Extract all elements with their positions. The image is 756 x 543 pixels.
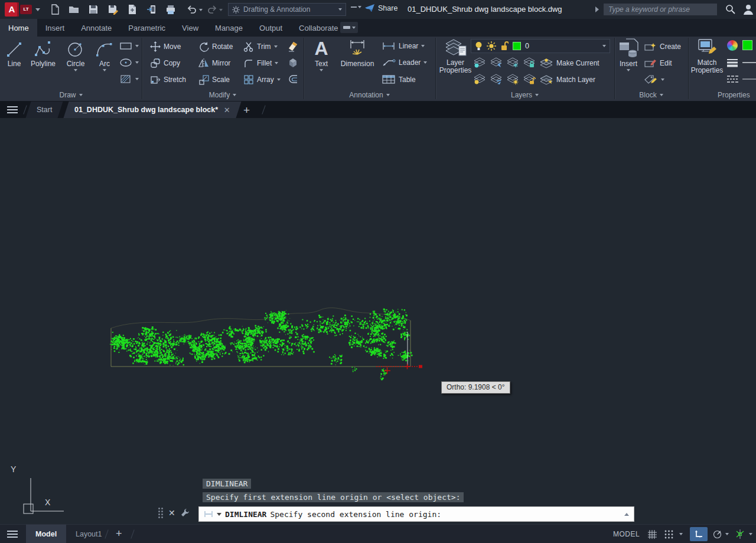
trim-button[interactable]: Trim <box>243 41 278 52</box>
layer-isolate-button[interactable] <box>490 57 503 68</box>
table-button[interactable]: Table <box>382 74 416 84</box>
layer-unlock-button[interactable] <box>523 73 536 85</box>
snap-mode-icon[interactable] <box>664 529 674 539</box>
command-options-caret-icon[interactable] <box>217 513 221 516</box>
match-properties-button[interactable]: Match Properties <box>689 38 725 74</box>
ortho-mode-button[interactable] <box>690 527 708 541</box>
workspace-switcher[interactable]: Drafting & Annotation <box>228 3 346 16</box>
tab-collaborate[interactable]: Collaborate <box>291 19 347 37</box>
qat-customize-button[interactable] <box>351 6 361 8</box>
new-drawing-tab-button[interactable]: + <box>243 104 250 117</box>
app-menu-caret-icon[interactable] <box>35 8 40 11</box>
tab-parametric[interactable]: Parametric <box>120 19 174 37</box>
model-space-badge[interactable]: MODEL <box>613 530 640 538</box>
command-line[interactable]: DIMLINEAR Specify second extension line … <box>198 506 634 522</box>
open-icon[interactable] <box>69 4 79 15</box>
file-tab-start[interactable]: Start <box>25 102 63 118</box>
ribbon-display-toggle[interactable] <box>340 22 358 33</box>
publish-icon[interactable] <box>146 4 157 15</box>
panel-label-draw[interactable]: Draw <box>0 89 142 102</box>
layer-off-button[interactable] <box>473 57 486 68</box>
layer-freeze-button[interactable] <box>506 57 519 68</box>
search-expand-icon[interactable] <box>595 6 599 12</box>
dimension-button[interactable]: Dimension <box>335 38 379 68</box>
command-customize-wrench-icon[interactable] <box>181 508 190 518</box>
share-button[interactable]: Share <box>365 4 397 12</box>
linear-dimension-button[interactable]: Linear <box>382 41 425 51</box>
move-button[interactable]: Move <box>150 41 181 52</box>
panel-label-layers[interactable]: Layers <box>435 89 614 102</box>
linetype-icon[interactable] <box>726 74 739 84</box>
color-wheel-icon[interactable] <box>727 40 738 51</box>
stretch-button[interactable]: Stretch <box>150 74 186 85</box>
fillet-button[interactable]: Fillet <box>243 58 278 68</box>
panel-label-properties[interactable]: Properties <box>718 89 750 102</box>
object-color-swatch[interactable] <box>742 40 752 50</box>
redo-caret-icon[interactable] <box>219 9 223 11</box>
panel-label-modify[interactable]: Modify <box>142 89 304 102</box>
edit-attribute-button[interactable] <box>644 74 664 85</box>
leader-button[interactable]: Leader <box>382 58 427 67</box>
mirror-button[interactable]: Mirror <box>198 58 230 68</box>
layer-lock-button[interactable] <box>523 57 536 68</box>
grid-display-icon[interactable] <box>647 529 657 539</box>
tab-manage[interactable]: Manage <box>207 19 251 37</box>
export-icon[interactable] <box>127 4 138 15</box>
tab-output[interactable]: Output <box>251 19 291 37</box>
erase-button[interactable] <box>287 40 299 52</box>
save-icon[interactable] <box>88 4 99 15</box>
file-tabs-menu-icon[interactable] <box>7 106 18 113</box>
text-button[interactable]: A Text <box>308 38 334 71</box>
rotate-button[interactable]: Rotate <box>198 41 233 52</box>
edit-block-button[interactable]: Edit <box>644 58 672 68</box>
command-drag-grip[interactable] <box>158 508 163 518</box>
insert-block-button[interactable]: Insert <box>615 38 641 71</box>
tab-annotate[interactable]: Annotate <box>73 19 120 37</box>
undo-icon[interactable] <box>187 4 197 15</box>
undo-caret-icon[interactable] <box>199 9 203 11</box>
new-file-icon[interactable] <box>50 4 60 15</box>
layer-on-button[interactable] <box>473 73 486 85</box>
command-close-icon[interactable]: ✕ <box>168 509 175 517</box>
osnap-icon[interactable] <box>735 529 745 539</box>
account-icon[interactable] <box>743 4 754 15</box>
rectangle-tool-button[interactable] <box>119 41 139 51</box>
app-logo-icon[interactable]: A <box>5 2 19 17</box>
make-current-button[interactable]: Make Current <box>539 58 599 68</box>
array-button[interactable]: Array <box>243 74 281 85</box>
layout-menu-icon[interactable] <box>7 531 18 538</box>
file-tab-close-icon[interactable]: ✕ <box>224 106 230 115</box>
search-icon[interactable] <box>725 4 735 14</box>
linetype-sample[interactable] <box>742 77 756 81</box>
copy-button[interactable]: Copy <box>150 58 180 68</box>
polar-tracking-icon[interactable] <box>712 529 722 539</box>
tab-home[interactable]: Home <box>0 19 37 37</box>
tab-view[interactable]: View <box>174 19 207 37</box>
save-as-icon[interactable] <box>107 4 118 15</box>
polyline-button[interactable]: Polyline <box>26 39 60 68</box>
command-history-toggle-icon[interactable] <box>624 513 629 516</box>
hatch-tool-button[interactable] <box>119 74 139 84</box>
line-button[interactable]: Line <box>2 39 26 68</box>
create-block-button[interactable]: Create <box>644 41 681 51</box>
new-layout-button[interactable]: + <box>116 528 122 540</box>
match-layer-button[interactable]: Match Layer <box>539 74 595 85</box>
search-input[interactable] <box>604 4 717 15</box>
plot-icon[interactable] <box>165 4 176 15</box>
layer-dropdown[interactable]: 0 <box>471 39 610 53</box>
ellipse-tool-button[interactable] <box>119 58 139 67</box>
layer-unisolate-button[interactable] <box>490 73 503 85</box>
file-tab-document[interactable]: 01_DHDUK_Shrub dwg landscape block* ✕ <box>63 102 241 118</box>
model-tab[interactable]: Model <box>26 525 66 543</box>
lineweight-sample[interactable] <box>742 60 756 65</box>
tab-insert[interactable]: Insert <box>37 19 73 37</box>
panel-label-block[interactable]: Block <box>614 89 688 102</box>
layout1-tab[interactable]: Layout1 <box>66 525 111 543</box>
scale-button[interactable]: Scale <box>198 74 230 85</box>
snap-caret-icon[interactable] <box>679 533 683 535</box>
layer-thaw-button[interactable] <box>506 73 519 85</box>
explode-button[interactable] <box>287 57 299 68</box>
panel-label-annotation[interactable]: Annotation <box>304 89 435 102</box>
drawing-canvas[interactable]: Y X Ortho: 9.1908 < 0° DIMLINEAR Specify… <box>0 118 756 524</box>
redo-icon[interactable] <box>207 4 217 15</box>
